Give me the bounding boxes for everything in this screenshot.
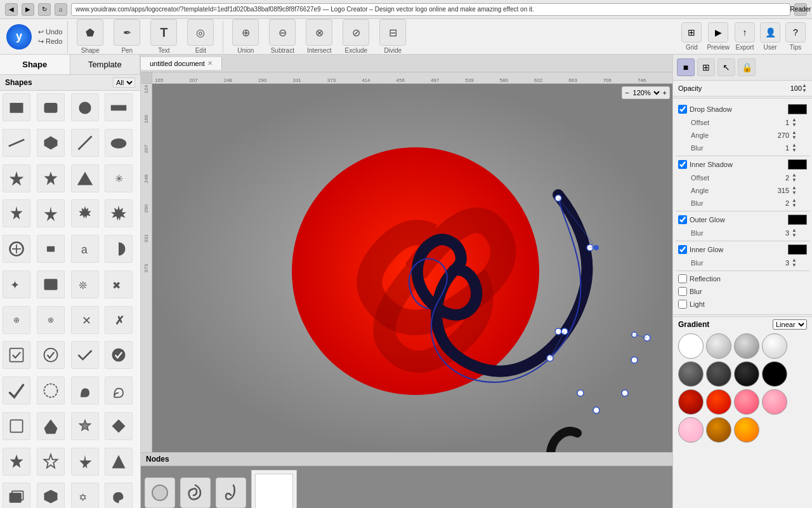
shape-item-club[interactable] [71,377,99,404]
undo-button[interactable]: ↩ Undo [38,28,62,36]
export-button[interactable]: ↑ Export [735,22,755,51]
shape-item-check-fill[interactable] [105,341,133,369]
shape-item-half-circle[interactable] [105,235,133,263]
template-tab[interactable]: Template [70,55,141,74]
blur-checkbox[interactable] [678,287,687,296]
light-checkbox[interactable] [678,300,687,309]
lock-tool-button[interactable]: 🔒 [738,58,756,76]
shape-item-wide-rect[interactable] [105,93,133,121]
opacity-spinner[interactable]: ▲ ▼ [802,83,807,93]
is-blur-spinner[interactable]: ▲▼ [792,198,797,208]
shape-item-hex-3d[interactable] [37,483,65,508]
shape-item-circle-x[interactable]: ⊗ [37,306,65,334]
shape-tool-button[interactable]: ⬟ [77,19,103,46]
swatch-light-pink[interactable] [678,417,704,443]
shape-item-snow[interactable]: ❊ [71,271,99,298]
shape-item-line[interactable] [3,129,30,157]
canvas-tab-untitled[interactable]: untitled document ✕ [141,57,222,70]
zoom-out-button[interactable]: − [625,89,629,97]
shape-item-triangle[interactable] [71,164,99,192]
divide-tool-button[interactable]: ⊟ [379,19,406,46]
shape-item-ellipse[interactable] [105,129,133,157]
shape-item-circle[interactable] [71,93,99,121]
swatch-very-dark[interactable] [734,361,759,387]
intersect-tool-button[interactable]: ⊗ [306,19,332,46]
inner-shadow-checkbox[interactable] [678,160,687,169]
gradient-dropdown[interactable]: Linear Radial [773,319,807,330]
union-tool-button[interactable]: ⊕ [232,19,259,46]
swatch-mid-gray[interactable] [734,333,759,359]
inner-glow-color[interactable] [788,244,807,255]
shape-item-circle-plus[interactable]: ⊕ [3,306,30,334]
is-angle-spinner[interactable]: ▲▼ [792,185,797,196]
shape-item-dashed-circle[interactable] [37,377,65,404]
shape-item-square-3d[interactable] [3,483,30,508]
shape-item-starburst2[interactable] [105,199,133,227]
shape-item-xmark[interactable]: ✖ [105,271,133,298]
shape-tab[interactable]: Shape [0,55,70,74]
swatch-pink[interactable] [762,389,787,415]
node-hook-tool[interactable] [216,478,246,508]
shape-item-pentagon[interactable] [37,129,65,157]
swatch-orange[interactable] [734,417,759,443]
swatch-darker-gray[interactable] [706,361,731,387]
swatch-red[interactable] [706,389,731,415]
shapes-dropdown[interactable]: All [113,77,135,88]
shape-item-star5-fill[interactable] [3,448,30,476]
tips-button[interactable]: ? Tips [785,22,806,51]
refresh-button[interactable]: ↻ [38,3,51,16]
shape-item-arrow-play[interactable] [71,448,99,476]
shape-item-checkbox[interactable] [3,341,30,369]
shape-item-letter-a[interactable]: a [71,235,99,263]
outer-glow-checkbox[interactable] [678,215,687,224]
swatch-pink-red[interactable] [734,389,759,415]
shape-item-star-of-david[interactable] [71,412,99,440]
shape-item-star5-outline[interactable] [37,448,65,476]
url-bar[interactable]: www.youidraw.com/apps/logocreator/?templ… [71,3,790,16]
swatch-black[interactable] [762,361,787,387]
swatch-dark-red[interactable] [678,389,704,415]
og-blur-spinner[interactable]: ▲▼ [792,228,797,238]
shape-item-star5[interactable] [3,199,30,227]
shape-item-box3d[interactable] [37,235,65,263]
drop-shadow-color[interactable] [788,104,807,114]
swatch-dark-gray[interactable] [678,361,704,387]
grid-button[interactable]: ⊞ Grid [681,22,702,51]
forward-button[interactable]: ▶ [22,3,34,16]
zoom-in-button[interactable]: + [663,89,667,97]
zoom-select[interactable]: 120% 100% 150% 80% [631,88,662,97]
ds-angle-spinner[interactable]: ▲▼ [792,130,797,140]
shape-item-octagon[interactable] [37,164,65,192]
node-circle-tool[interactable] [145,478,175,508]
shape-item-star10[interactable] [3,164,30,192]
back-button[interactable]: ◀ [5,3,18,16]
canvas-viewport[interactable]: − 120% 100% 150% 80% + [152,84,672,452]
user-button[interactable]: 👤 User [760,22,780,51]
swatch-light-gray[interactable] [706,333,731,359]
tab-close-icon[interactable]: ✕ [207,60,213,67]
shape-item-asterisk[interactable]: ✳ [105,164,133,192]
layers-tool-button[interactable]: ⊞ [697,58,715,76]
cursor-tool-button[interactable]: ↖ [717,58,735,76]
edit-tool-button[interactable]: ◎ [187,19,214,46]
inner-shadow-color[interactable] [788,159,807,170]
shape-item-diamond4[interactable]: ✦ [3,271,30,298]
is-offset-spinner[interactable]: ▲▼ [792,173,797,183]
swatch-orange-brown[interactable] [706,417,731,443]
shape-item-cross[interactable] [3,235,30,263]
exclude-tool-button[interactable]: ⊘ [343,19,369,46]
reader-button[interactable]: Reader [794,3,807,16]
shape-item-club-outline[interactable] [105,377,133,404]
reflection-checkbox[interactable] [678,274,687,283]
shape-item-star4[interactable] [37,199,65,227]
ds-blur-spinner[interactable]: ▲▼ [792,143,797,153]
shape-item-diagonal[interactable] [71,129,99,157]
preview-button[interactable]: ▶ Preview [707,22,730,51]
inner-glow-checkbox[interactable] [678,245,687,254]
fill-tool-button[interactable]: ■ [677,58,695,76]
subtract-tool-button[interactable]: ⊖ [269,19,296,46]
shape-item-starburst[interactable] [71,199,99,227]
outer-glow-color[interactable] [788,215,807,225]
shape-item-check-circle[interactable] [37,341,65,369]
node-swirl-tool[interactable] [180,478,211,508]
